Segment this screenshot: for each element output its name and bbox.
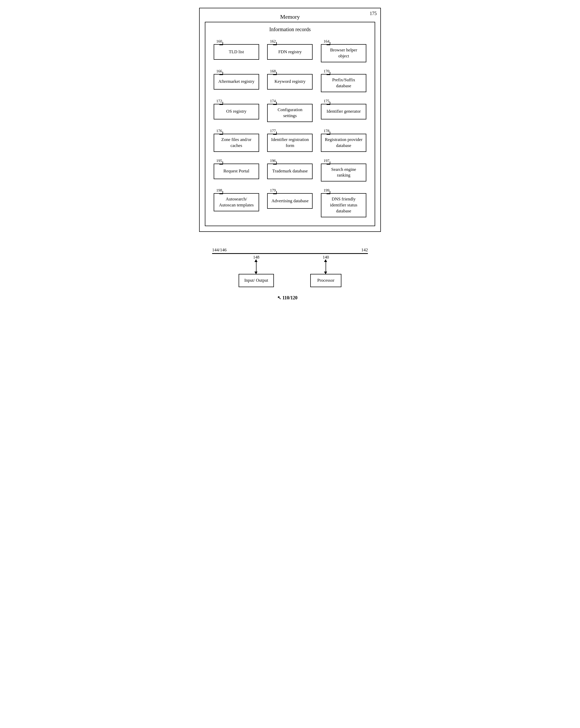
box-advertising: Advertising database xyxy=(267,193,313,209)
box-os-registry: OS registry xyxy=(214,104,259,120)
cell-search-engine: 197 Search engine ranking xyxy=(317,156,370,186)
ref-164: 164 xyxy=(323,39,329,44)
cell-keyword: 168 Keyword registry xyxy=(263,67,317,96)
ref-179: 179 xyxy=(270,188,276,193)
box-aftermarket: Aftermarket registry xyxy=(214,74,259,89)
box-dns-friendly: DNS friendly identifier status database xyxy=(321,193,366,217)
ref-172: 172 xyxy=(216,99,222,103)
cell-zone-files: 176 Zone files and/or caches xyxy=(210,126,263,156)
box-config-settings: Configuration settings xyxy=(267,104,313,122)
ref-140: 140 xyxy=(323,255,329,260)
cell-identifier-gen: 175 Identifier generator xyxy=(317,96,370,126)
ref-170: 170 xyxy=(323,69,329,74)
cell-aftermarket: 166 Aftermarket registry xyxy=(210,67,263,96)
ref-168: 168 xyxy=(270,69,276,74)
cell-advertising: 179 Advertising database xyxy=(263,186,317,222)
ref-166: 166 xyxy=(216,69,222,74)
records-grid: 160 TLD list 162 FDN registry 164 Browse… xyxy=(210,36,370,222)
box-identifier-reg: Identifier registration form xyxy=(267,134,313,152)
ref-176: 176 xyxy=(216,129,222,133)
cell-fdn-registry: 162 FDN registry xyxy=(263,36,317,67)
box-request-portal: Request Portal xyxy=(214,163,259,179)
ref-178: 178 xyxy=(323,129,329,133)
box-trademark: Trademark database xyxy=(267,163,313,179)
ref-148: 148 xyxy=(253,255,259,260)
box-browser-helper: Browser helper object xyxy=(321,44,366,62)
connector-processor: 140 Processor xyxy=(310,254,341,287)
memory-title: Memory xyxy=(205,14,375,20)
info-records-box: Information records 160 TLD list 162 FDN… xyxy=(205,22,375,226)
memory-box: Memory 175 Information records 160 TLD l… xyxy=(199,8,381,232)
cell-os-registry: 172 OS registry xyxy=(210,96,263,126)
cell-trademark: 196 Trademark database xyxy=(263,156,317,186)
bottom-section: 144/146 142 148 Input/ Output 140 xyxy=(199,248,381,301)
ref-175: 175 xyxy=(323,99,329,103)
diagram-number: ↖ 110/120 xyxy=(277,295,303,301)
ref-198: 198 xyxy=(216,188,222,193)
bus-label-right: 142 xyxy=(361,248,368,253)
ref-160: 160 xyxy=(216,39,222,44)
box-tld-list: TLD list xyxy=(214,44,259,60)
cell-reg-provider: 178 Registration provider database xyxy=(317,126,370,156)
cell-config-settings: 174 Configuration settings xyxy=(263,96,317,126)
box-keyword: Keyword registry xyxy=(267,74,313,89)
ref-195: 195 xyxy=(216,159,222,163)
cell-prefix-suffix: 170 Prefix/Suffix database xyxy=(317,67,370,96)
box-io: Input/ Output xyxy=(239,274,274,287)
box-prefix-suffix: Prefix/Suffix database xyxy=(321,74,366,92)
cell-identifier-reg: 177 Identifier registration form xyxy=(263,126,317,156)
cell-tld-list: 160 TLD list xyxy=(210,36,263,67)
cell-browser-helper: 164 Browser helper object xyxy=(317,36,370,67)
ref-177: 177 xyxy=(270,129,276,133)
connector-io: 148 Input/ Output xyxy=(239,254,274,287)
diagram-page: Memory 175 Information records 160 TLD l… xyxy=(199,8,381,301)
box-search-engine: Search engine ranking xyxy=(321,163,366,182)
memory-ref: 175 xyxy=(370,11,377,16)
info-records-title: Information records xyxy=(210,26,370,32)
box-fdn-registry: FDN registry xyxy=(267,44,313,60)
box-reg-provider: Registration provider database xyxy=(321,134,366,152)
bus-label-left: 144/146 xyxy=(212,248,227,253)
cell-request-portal: 195 Request Portal xyxy=(210,156,263,186)
box-identifier-gen: Identifier generator xyxy=(321,104,366,120)
ref-197: 197 xyxy=(323,159,329,163)
cell-autosearch: 198 Autosearch/ Autoscan templates xyxy=(210,186,263,222)
ref-196: 196 xyxy=(270,159,276,163)
ref-174: 174 xyxy=(270,99,276,103)
connectors-row: 148 Input/ Output 140 Processor xyxy=(212,254,368,287)
ref-199: 199 xyxy=(323,188,329,193)
bus-line xyxy=(212,253,368,254)
box-zone-files: Zone files and/or caches xyxy=(214,134,259,152)
ref-162: 162 xyxy=(270,39,276,44)
box-autosearch: Autosearch/ Autoscan templates xyxy=(214,193,259,211)
box-processor: Processor xyxy=(310,274,341,287)
cell-dns-friendly: 199 DNS friendly identifier status datab… xyxy=(317,186,370,222)
